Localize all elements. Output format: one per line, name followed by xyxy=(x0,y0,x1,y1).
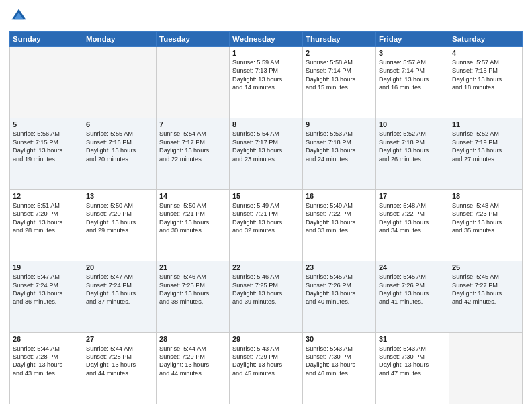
cell-info: Sunrise: 5:43 AMSunset: 7:30 PMDaylight:… xyxy=(379,345,446,378)
logo-icon xyxy=(9,7,28,26)
calendar-week-row: 26Sunrise: 5:44 AMSunset: 7:28 PMDayligh… xyxy=(10,332,523,404)
cell-info: Sunrise: 5:55 AMSunset: 7:16 PMDaylight:… xyxy=(86,130,153,163)
day-number: 28 xyxy=(159,335,226,343)
calendar-cell: 21Sunrise: 5:46 AMSunset: 7:25 PMDayligh… xyxy=(157,261,230,332)
cell-info: Sunrise: 5:59 AMSunset: 7:13 PMDaylight:… xyxy=(232,58,300,92)
day-number: 26 xyxy=(13,335,80,343)
calendar-cell: 9Sunrise: 5:53 AMSunset: 7:18 PMDaylight… xyxy=(303,118,376,189)
cell-info: Sunrise: 5:46 AMSunset: 7:25 PMDaylight:… xyxy=(159,273,226,306)
day-number: 22 xyxy=(232,263,300,271)
calendar-cell: 16Sunrise: 5:49 AMSunset: 7:22 PMDayligh… xyxy=(303,189,376,261)
calendar-cell xyxy=(449,332,523,404)
calendar-cell: 3Sunrise: 5:57 AMSunset: 7:14 PMDaylight… xyxy=(376,47,449,118)
day-number: 19 xyxy=(13,263,80,271)
cell-info: Sunrise: 5:45 AMSunset: 7:26 PMDaylight:… xyxy=(306,273,373,306)
calendar-cell: 12Sunrise: 5:51 AMSunset: 7:20 PMDayligh… xyxy=(10,189,83,261)
day-number: 1 xyxy=(232,49,300,57)
calendar-cell: 14Sunrise: 5:50 AMSunset: 7:21 PMDayligh… xyxy=(157,189,230,261)
cell-info: Sunrise: 5:52 AMSunset: 7:18 PMDaylight:… xyxy=(379,130,446,163)
calendar-cell: 29Sunrise: 5:43 AMSunset: 7:29 PMDayligh… xyxy=(230,332,303,404)
cell-info: Sunrise: 5:49 AMSunset: 7:22 PMDaylight:… xyxy=(306,201,373,235)
cell-info: Sunrise: 5:54 AMSunset: 7:17 PMDaylight:… xyxy=(232,130,300,163)
day-number: 2 xyxy=(306,49,373,57)
calendar-week-row: 5Sunrise: 5:56 AMSunset: 7:15 PMDaylight… xyxy=(10,118,523,189)
cell-info: Sunrise: 5:45 AMSunset: 7:26 PMDaylight:… xyxy=(379,273,446,306)
day-number: 16 xyxy=(306,192,373,200)
calendar-cell: 7Sunrise: 5:54 AMSunset: 7:17 PMDaylight… xyxy=(157,118,230,189)
calendar-cell xyxy=(157,47,230,118)
cell-info: Sunrise: 5:50 AMSunset: 7:21 PMDaylight:… xyxy=(159,201,226,235)
day-number: 12 xyxy=(13,192,80,200)
day-number: 29 xyxy=(232,335,300,343)
calendar-cell: 26Sunrise: 5:44 AMSunset: 7:28 PMDayligh… xyxy=(10,332,83,404)
day-number: 8 xyxy=(232,120,300,128)
calendar-cell: 2Sunrise: 5:58 AMSunset: 7:14 PMDaylight… xyxy=(303,47,376,118)
day-number: 18 xyxy=(452,192,519,200)
calendar-header-thursday: Thursday xyxy=(303,32,376,47)
calendar-cell: 27Sunrise: 5:44 AMSunset: 7:28 PMDayligh… xyxy=(83,332,157,404)
day-number: 11 xyxy=(452,120,519,128)
day-number: 31 xyxy=(379,335,446,343)
calendar-header-tuesday: Tuesday xyxy=(157,32,230,47)
cell-info: Sunrise: 5:53 AMSunset: 7:18 PMDaylight:… xyxy=(306,130,373,163)
calendar-cell: 25Sunrise: 5:45 AMSunset: 7:27 PMDayligh… xyxy=(449,261,523,332)
cell-info: Sunrise: 5:54 AMSunset: 7:17 PMDaylight:… xyxy=(159,130,226,163)
cell-info: Sunrise: 5:43 AMSunset: 7:30 PMDaylight:… xyxy=(306,345,373,378)
cell-info: Sunrise: 5:57 AMSunset: 7:14 PMDaylight:… xyxy=(379,58,446,92)
logo xyxy=(9,7,31,26)
day-number: 4 xyxy=(452,49,519,57)
cell-info: Sunrise: 5:44 AMSunset: 7:29 PMDaylight:… xyxy=(159,345,226,378)
day-number: 15 xyxy=(232,192,300,200)
day-number: 14 xyxy=(159,192,226,200)
calendar-cell: 18Sunrise: 5:48 AMSunset: 7:23 PMDayligh… xyxy=(449,189,523,261)
cell-info: Sunrise: 5:56 AMSunset: 7:15 PMDaylight:… xyxy=(13,130,80,163)
day-number: 9 xyxy=(306,120,373,128)
calendar-header-monday: Monday xyxy=(83,32,157,47)
cell-info: Sunrise: 5:48 AMSunset: 7:22 PMDaylight:… xyxy=(379,201,446,235)
calendar-cell: 13Sunrise: 5:50 AMSunset: 7:20 PMDayligh… xyxy=(83,189,157,261)
calendar-cell: 17Sunrise: 5:48 AMSunset: 7:22 PMDayligh… xyxy=(376,189,449,261)
cell-info: Sunrise: 5:44 AMSunset: 7:28 PMDaylight:… xyxy=(13,345,80,378)
cell-info: Sunrise: 5:48 AMSunset: 7:23 PMDaylight:… xyxy=(452,201,519,235)
day-number: 20 xyxy=(86,263,153,271)
day-number: 13 xyxy=(86,192,153,200)
calendar-cell: 19Sunrise: 5:47 AMSunset: 7:24 PMDayligh… xyxy=(10,261,83,332)
calendar-cell: 5Sunrise: 5:56 AMSunset: 7:15 PMDaylight… xyxy=(10,118,83,189)
day-number: 17 xyxy=(379,192,446,200)
cell-info: Sunrise: 5:43 AMSunset: 7:29 PMDaylight:… xyxy=(232,345,300,378)
cell-info: Sunrise: 5:58 AMSunset: 7:14 PMDaylight:… xyxy=(306,58,373,92)
calendar-cell: 1Sunrise: 5:59 AMSunset: 7:13 PMDaylight… xyxy=(230,47,303,118)
calendar-cell: 11Sunrise: 5:52 AMSunset: 7:19 PMDayligh… xyxy=(449,118,523,189)
cell-info: Sunrise: 5:47 AMSunset: 7:24 PMDaylight:… xyxy=(86,273,153,306)
cell-info: Sunrise: 5:46 AMSunset: 7:25 PMDaylight:… xyxy=(232,273,300,306)
cell-info: Sunrise: 5:50 AMSunset: 7:20 PMDaylight:… xyxy=(86,201,153,235)
calendar-header-row: SundayMondayTuesdayWednesdayThursdayFrid… xyxy=(10,32,523,47)
day-number: 7 xyxy=(159,120,226,128)
calendar-cell: 31Sunrise: 5:43 AMSunset: 7:30 PMDayligh… xyxy=(376,332,449,404)
calendar-cell: 20Sunrise: 5:47 AMSunset: 7:24 PMDayligh… xyxy=(83,261,157,332)
cell-info: Sunrise: 5:47 AMSunset: 7:24 PMDaylight:… xyxy=(13,273,80,306)
calendar-week-row: 12Sunrise: 5:51 AMSunset: 7:20 PMDayligh… xyxy=(10,189,523,261)
calendar-week-row: 1Sunrise: 5:59 AMSunset: 7:13 PMDaylight… xyxy=(10,47,523,118)
cell-info: Sunrise: 5:51 AMSunset: 7:20 PMDaylight:… xyxy=(13,201,80,235)
calendar-cell: 15Sunrise: 5:49 AMSunset: 7:21 PMDayligh… xyxy=(230,189,303,261)
day-number: 23 xyxy=(306,263,373,271)
header xyxy=(9,7,523,26)
calendar-cell: 4Sunrise: 5:57 AMSunset: 7:15 PMDaylight… xyxy=(449,47,523,118)
day-number: 25 xyxy=(452,263,519,271)
calendar-header-sunday: Sunday xyxy=(10,32,83,47)
day-number: 24 xyxy=(379,263,446,271)
cell-info: Sunrise: 5:44 AMSunset: 7:28 PMDaylight:… xyxy=(86,345,153,378)
calendar-header-wednesday: Wednesday xyxy=(230,32,303,47)
day-number: 21 xyxy=(159,263,226,271)
calendar-header-saturday: Saturday xyxy=(449,32,523,47)
cell-info: Sunrise: 5:52 AMSunset: 7:19 PMDaylight:… xyxy=(452,130,519,163)
calendar-cell xyxy=(10,47,83,118)
calendar-cell: 8Sunrise: 5:54 AMSunset: 7:17 PMDaylight… xyxy=(230,118,303,189)
calendar-cell: 10Sunrise: 5:52 AMSunset: 7:18 PMDayligh… xyxy=(376,118,449,189)
calendar-header-friday: Friday xyxy=(376,32,449,47)
page: SundayMondayTuesdayWednesdayThursdayFrid… xyxy=(0,0,532,411)
cell-info: Sunrise: 5:49 AMSunset: 7:21 PMDaylight:… xyxy=(232,201,300,235)
calendar-cell: 24Sunrise: 5:45 AMSunset: 7:26 PMDayligh… xyxy=(376,261,449,332)
day-number: 6 xyxy=(86,120,153,128)
